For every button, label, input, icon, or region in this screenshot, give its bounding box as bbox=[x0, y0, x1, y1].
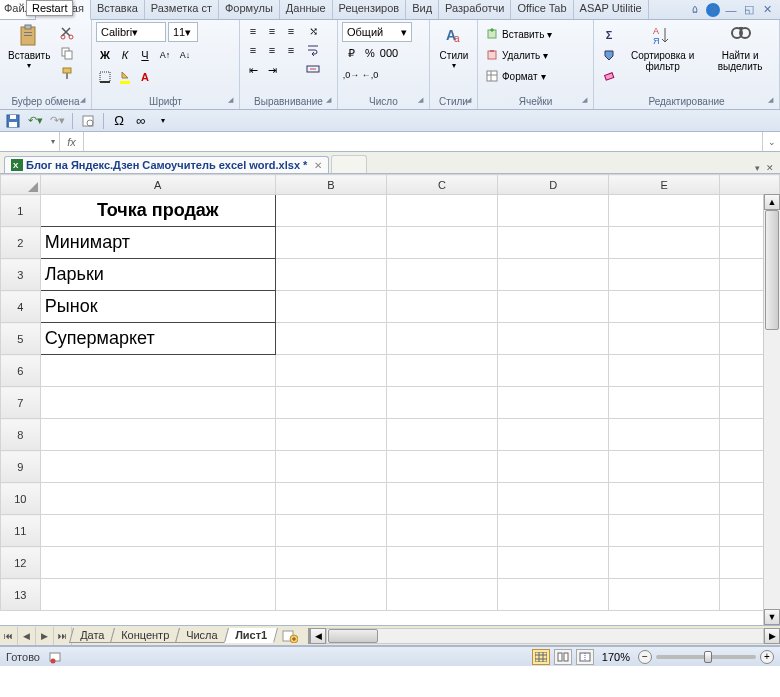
tab-developer[interactable]: Разработчи bbox=[439, 0, 511, 19]
cell-a2[interactable]: Минимарт bbox=[40, 227, 275, 259]
minimize-ribbon-icon[interactable]: ۵ bbox=[688, 3, 702, 17]
row-header[interactable]: 5 bbox=[1, 323, 41, 355]
infinity-button[interactable]: ∞ bbox=[132, 112, 150, 130]
tab-office-tab[interactable]: Office Tab bbox=[511, 0, 573, 19]
format-painter-button[interactable] bbox=[58, 64, 76, 82]
new-tab-button[interactable] bbox=[331, 155, 367, 173]
cell[interactable] bbox=[498, 227, 609, 259]
cell[interactable] bbox=[498, 579, 609, 611]
cell[interactable] bbox=[40, 483, 275, 515]
cell[interactable] bbox=[609, 451, 720, 483]
border-button[interactable] bbox=[96, 68, 114, 86]
cell[interactable] bbox=[275, 579, 386, 611]
cell[interactable] bbox=[40, 451, 275, 483]
cell[interactable] bbox=[498, 419, 609, 451]
redo-button[interactable]: ↷▾ bbox=[48, 112, 66, 130]
align-left-button[interactable]: ≡ bbox=[244, 41, 262, 59]
formula-input[interactable] bbox=[84, 132, 762, 151]
tab-insert[interactable]: Вставка bbox=[91, 0, 145, 19]
row-header[interactable]: 11 bbox=[1, 515, 41, 547]
cell[interactable] bbox=[386, 483, 497, 515]
qat-customize-button[interactable]: ▾ bbox=[154, 112, 172, 130]
tab-asap[interactable]: ASAP Utilitie bbox=[574, 0, 649, 19]
row-header[interactable]: 13 bbox=[1, 579, 41, 611]
column-header-e[interactable]: E bbox=[609, 175, 720, 195]
cell-a5[interactable]: Супермаркет bbox=[40, 323, 275, 355]
tab-data[interactable]: Данные bbox=[280, 0, 333, 19]
macro-record-button[interactable] bbox=[48, 650, 62, 664]
increase-decimal-button[interactable]: ,0→ bbox=[342, 66, 360, 84]
cell[interactable] bbox=[275, 547, 386, 579]
cell[interactable] bbox=[40, 419, 275, 451]
zoom-in-button[interactable]: + bbox=[760, 650, 774, 664]
cell[interactable] bbox=[275, 259, 386, 291]
tab-close-button[interactable]: ✕ bbox=[764, 163, 776, 173]
cell[interactable] bbox=[386, 291, 497, 323]
tab-review[interactable]: Рецензиров bbox=[333, 0, 407, 19]
cell[interactable] bbox=[609, 419, 720, 451]
merge-button[interactable] bbox=[304, 60, 322, 78]
cell[interactable] bbox=[40, 355, 275, 387]
comma-button[interactable]: 000 bbox=[380, 44, 398, 62]
align-top-button[interactable]: ≡ bbox=[244, 22, 262, 40]
cell[interactable] bbox=[609, 515, 720, 547]
vertical-scrollbar[interactable]: ▲ ▼ bbox=[763, 194, 780, 625]
sheet-nav-prev[interactable]: ◀ bbox=[18, 627, 36, 645]
cell[interactable] bbox=[498, 515, 609, 547]
row-header[interactable]: 8 bbox=[1, 419, 41, 451]
help-icon[interactable]: ? bbox=[706, 3, 720, 17]
cell[interactable] bbox=[386, 355, 497, 387]
scroll-thumb[interactable] bbox=[328, 629, 378, 643]
cut-button[interactable] bbox=[58, 24, 76, 42]
cell[interactable] bbox=[386, 323, 497, 355]
styles-button[interactable]: Aa Стили ▾ bbox=[434, 22, 474, 72]
bold-button[interactable]: Ж bbox=[96, 46, 114, 64]
underline-button[interactable]: Ч bbox=[136, 46, 154, 64]
document-tab[interactable]: X Блог на Яндекс.Дзен Самоучитель excel … bbox=[4, 156, 329, 173]
wrap-text-button[interactable] bbox=[304, 41, 322, 59]
cell[interactable] bbox=[609, 323, 720, 355]
cell[interactable] bbox=[498, 451, 609, 483]
zoom-slider[interactable] bbox=[656, 655, 756, 659]
undo-button[interactable]: ↶▾ bbox=[26, 112, 44, 130]
clear-button[interactable] bbox=[600, 66, 618, 84]
row-header[interactable]: 6 bbox=[1, 355, 41, 387]
sheet-nav-first[interactable]: ⏮ bbox=[0, 627, 18, 645]
decrease-decimal-button[interactable]: ←,0 bbox=[361, 66, 379, 84]
page-break-view-button[interactable] bbox=[576, 649, 594, 665]
tab-formulas[interactable]: Формулы bbox=[219, 0, 280, 19]
cell[interactable] bbox=[275, 419, 386, 451]
decrease-font-button[interactable]: A↓ bbox=[176, 46, 194, 64]
decrease-indent-button[interactable]: ⇤ bbox=[244, 61, 262, 79]
font-color-button[interactable]: A bbox=[136, 68, 154, 86]
close-tab-icon[interactable]: ✕ bbox=[314, 160, 322, 171]
fx-button[interactable]: fx bbox=[60, 132, 84, 151]
normal-view-button[interactable] bbox=[532, 649, 550, 665]
cell[interactable] bbox=[40, 579, 275, 611]
cell[interactable] bbox=[386, 451, 497, 483]
cell[interactable] bbox=[275, 195, 386, 227]
sheet-nav-next[interactable]: ▶ bbox=[36, 627, 54, 645]
cell[interactable] bbox=[386, 419, 497, 451]
number-format-select[interactable]: Общий▾ bbox=[342, 22, 412, 42]
name-box[interactable]: ▾ bbox=[0, 132, 60, 151]
cell[interactable] bbox=[609, 195, 720, 227]
cell[interactable] bbox=[275, 515, 386, 547]
row-header[interactable]: 2 bbox=[1, 227, 41, 259]
page-layout-view-button[interactable] bbox=[554, 649, 572, 665]
cell[interactable] bbox=[609, 227, 720, 259]
tab-page-layout[interactable]: Разметка ст bbox=[145, 0, 219, 19]
font-name-select[interactable]: Calibri ▾ bbox=[96, 22, 166, 42]
cell[interactable] bbox=[386, 387, 497, 419]
sort-filter-button[interactable]: АЯ Сортировка и фильтр bbox=[622, 22, 703, 74]
align-center-button[interactable]: ≡ bbox=[263, 41, 281, 59]
cell[interactable] bbox=[275, 483, 386, 515]
row-header[interactable]: 1 bbox=[1, 195, 41, 227]
horizontal-scrollbar[interactable]: ◀ ▶ bbox=[308, 628, 780, 644]
spreadsheet-grid[interactable]: A B C D E 1Точка продаж 2Минимарт 3Ларьк… bbox=[0, 174, 780, 611]
cell[interactable] bbox=[40, 547, 275, 579]
font-size-select[interactable]: 11 ▾ bbox=[168, 22, 198, 42]
cell[interactable] bbox=[498, 547, 609, 579]
zoom-percent[interactable]: 170% bbox=[598, 651, 634, 663]
omega-button[interactable]: Ω bbox=[110, 112, 128, 130]
